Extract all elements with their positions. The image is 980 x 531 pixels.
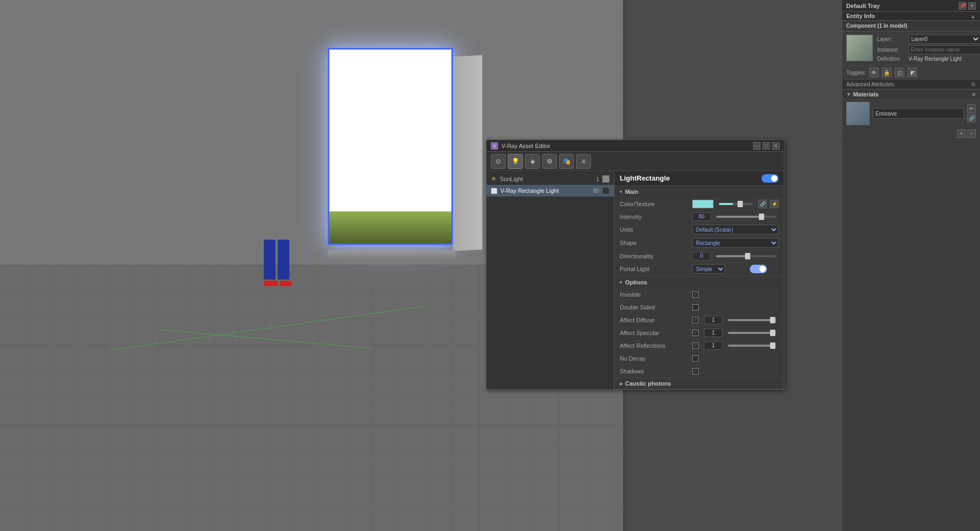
tray-pin-btn[interactable]: 📌 [959,2,966,10]
ae-caustic-photons-section[interactable]: ▶ Caustic photons [614,378,784,389]
intensity-input[interactable] [692,213,711,221]
affect-reflections-input[interactable] [704,341,723,350]
material-remove-btn[interactable]: − [967,129,976,138]
invisible-checkbox[interactable] [692,291,699,298]
color-texture-swatch[interactable] [692,200,714,208]
shadows-checkbox[interactable] [692,368,699,374]
affect-diffuse-input[interactable] [704,316,723,324]
materials-header: ▼ Materials ✕ [842,89,980,100]
ae-main-section-header[interactable]: ▼ Main [614,186,784,198]
ae-tab-materials[interactable]: ◈ [525,154,540,169]
affect-specular-slider[interactable] [728,332,776,334]
ae-tab-list[interactable]: ≡ [576,154,591,169]
component-title-text: Component (1 in model) [846,23,907,29]
affect-specular-label: Affect Specular [620,330,689,336]
color-slider[interactable] [719,203,753,205]
intensity-slider[interactable] [716,216,776,218]
material-add-btn[interactable]: + [957,129,966,138]
material-edit-btn[interactable]: ✏ [967,104,976,113]
ae-no-decay-row: No Decay [614,352,784,365]
advanced-attrs-icon[interactable]: ⚙ [971,81,976,87]
component-thumbnail-inner [847,35,872,61]
materials-title-group: ▼ Materials [846,91,879,97]
affect-diffuse-checkbox[interactable] [692,317,699,323]
toggle-cast-shadow-btn[interactable]: ◩ [908,68,917,77]
ae-list-item-sunlight[interactable]: ☀ SunLight 1 [487,173,614,185]
mask-icon: 🎭 [563,158,571,165]
materials-close-btn[interactable]: ✕ [971,92,976,97]
ae-maximize-btn[interactable]: □ [763,142,770,150]
ae-shape-row: Shape Rectangle [614,236,784,250]
no-decay-label: No Decay [620,355,689,362]
sunlight-value: 1 [596,176,599,182]
portal-light-toggle[interactable] [750,265,767,273]
material-link-btn[interactable]: 🔗 [967,114,976,122]
ae-close-btn[interactable]: ✕ [772,142,780,150]
ae-title-text: V-Ray Asset Editor [501,143,550,149]
directionality-label: Directionality [620,253,689,259]
toggle-visible-btn[interactable]: 👁 [869,68,879,77]
color-texture-reset-btn[interactable]: ⚡ [770,200,779,208]
diamond-icon: ◈ [530,158,535,165]
rect-light-value: 80 [593,188,599,194]
main-section-arrow: ▼ [619,190,623,194]
tray-close-btn[interactable]: ✕ [968,2,976,10]
sun-icon: ☀ [491,175,497,183]
ae-tab-lights[interactable]: 💡 [508,154,523,169]
ae-affect-specular-row: Affect Specular [614,326,784,339]
units-dropdown[interactable]: Default (Scalar) [692,225,779,234]
affect-reflections-slider-thumb [770,342,775,349]
instance-input[interactable] [909,45,980,54]
ae-window-controls: — □ ✕ [753,142,780,150]
affect-diffuse-label: Affect Diffuse [620,317,689,323]
sunlight-color-swatch [602,175,610,183]
ae-prop-header: LightRectangle [614,171,784,186]
material-name-input[interactable] [873,108,964,119]
ae-units-row: Units Default (Scalar) [614,223,784,236]
color-texture-link-btn[interactable]: 🔗 [758,200,767,208]
toggle-receive-shadow-btn[interactable]: ◫ [895,68,904,77]
materials-section: ▼ Materials ✕ ✏ 🔗 + − [842,89,980,141]
layer-dropdown[interactable]: Layer0 [909,35,980,44]
ae-options-section-header[interactable]: ▼ Options [614,276,784,288]
default-tray-titlebar: Default Tray 📌 ✕ [842,0,980,12]
material-thumbnail [846,102,870,125]
rect-light-label: V-Ray Rectangle Light [500,187,558,194]
units-label: Units [620,226,689,233]
material-item: ✏ 🔗 [842,100,980,128]
portal-light-dropdown[interactable]: Simple [692,264,725,274]
default-tray-title: Default Tray [846,3,880,9]
toggle-lock-btn[interactable]: 🔒 [882,68,892,77]
affect-specular-input[interactable] [704,329,723,337]
shape-dropdown[interactable]: Rectangle [692,238,779,248]
ae-asset-list: ☀ SunLight 1 ⬜ V-Ray Rectangle Light 80 [487,171,614,389]
intensity-label: Intensity [620,214,689,220]
ae-tab-geometry[interactable]: ⊙ [491,154,506,169]
gear-icon: ⚙ [547,158,553,165]
directionality-input[interactable] [692,252,711,260]
ae-list-item-rect-light[interactable]: ⬜ V-Ray Rectangle Light 80 [487,185,614,197]
double-sided-checkbox[interactable] [692,304,699,311]
affect-reflections-checkbox[interactable] [692,342,699,349]
ae-content-area: ☀ SunLight 1 ⬜ V-Ray Rectangle Light 80 … [487,171,784,389]
ae-tab-settings[interactable]: ⚙ [542,154,557,169]
no-decay-checkbox[interactable] [692,355,699,362]
color-slider-thumb [738,201,743,207]
advanced-attrs-header: Advanced Attributes: ⚙ [846,81,976,87]
ae-tab-render-elements[interactable]: 🎭 [559,154,574,169]
directionality-slider[interactable] [716,255,776,257]
entity-info-collapse-btn[interactable]: ▲ [970,13,976,19]
caustic-label: Caustic photons [625,380,671,387]
ae-enabled-toggle[interactable] [762,174,779,183]
right-entity-info-panel: Default Tray 📌 ✕ Entity Info ▲ Component… [841,0,980,531]
affect-specular-checkbox[interactable] [692,330,699,336]
affect-reflections-slider[interactable] [728,345,776,347]
rect-light-icon: ⬜ [491,188,497,194]
right-leg [278,240,289,280]
affect-diffuse-slider[interactable] [728,319,776,321]
caustic-arrow: ▶ [620,381,623,386]
sunlight-label: SunLight [500,176,523,182]
ae-minimize-btn[interactable]: — [753,142,760,150]
affect-diffuse-slider-thumb [770,317,775,323]
materials-label: Materials [853,91,879,97]
